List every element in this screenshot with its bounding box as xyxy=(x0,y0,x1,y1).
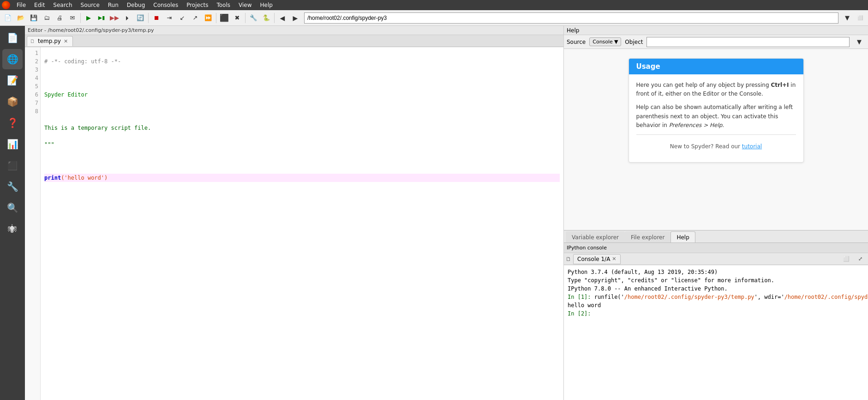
address-dropdown-button[interactable]: ▼ xyxy=(841,12,853,24)
console-tab-close[interactable]: ✕ xyxy=(612,256,616,262)
prompt-2: In [2]: xyxy=(568,310,594,317)
object-dropdown-button[interactable]: ▼ xyxy=(853,36,865,48)
main-layout: 📄 🌐 📝 📦 ❓ 📊 ⬛ 🔧 🔍 🕷 Editor - /home/root0… xyxy=(0,26,868,400)
step-over-button[interactable]: ⇥ xyxy=(163,12,175,24)
menu-view[interactable]: View xyxy=(235,1,255,9)
kill-button[interactable]: ✖ xyxy=(231,12,243,24)
object-label: Object xyxy=(625,39,643,45)
console-line-4: IPython 7.8.0 -- An enhanced Interactive… xyxy=(568,285,864,293)
sidebar-packages-icon[interactable]: 📦 xyxy=(2,91,23,112)
code-line-1: # -*- coding: utf-8 -*- xyxy=(44,57,560,66)
code-line-6: """ xyxy=(44,140,560,149)
ipython-header: IPython console xyxy=(564,243,868,253)
sidebar-tools2-icon[interactable]: 🔧 xyxy=(2,176,23,197)
new-file-button[interactable]: 📄 xyxy=(2,12,14,24)
usage-para2-italic: Preferences > Help. xyxy=(669,122,724,128)
tab-close-button[interactable]: ✕ xyxy=(64,38,68,44)
preferences-button[interactable]: 🔧 xyxy=(247,12,259,24)
help-header: Help xyxy=(564,26,868,35)
tab-file-explorer[interactable]: File explorer xyxy=(625,231,670,242)
console-dropdown-button[interactable]: Console ▼ xyxy=(589,37,621,46)
menu-source[interactable]: Source xyxy=(77,1,103,9)
editor-tab-temp[interactable]: 🗋 temp.py ✕ xyxy=(27,36,73,46)
code-content[interactable]: # -*- coding: utf-8 -*- Spyder Editor Th… xyxy=(41,47,563,400)
sidebar-browser-icon[interactable]: 🌐 xyxy=(2,49,23,69)
step-into-button[interactable]: ↙ xyxy=(176,12,188,24)
code-line-8: print('hello word') xyxy=(44,174,560,182)
menu-file[interactable]: File xyxy=(13,1,30,9)
right-bottom-tabs: Variable explorer File explorer Help xyxy=(564,230,868,243)
run-file-button[interactable]: ▶▮ xyxy=(96,12,108,24)
print-button[interactable]: 🖨 xyxy=(54,12,66,24)
forward-button[interactable]: ▶ xyxy=(289,12,301,24)
editor-panel: Editor - /home/root02/.config/spyder-py3… xyxy=(25,26,563,400)
usage-footer: New to Spyder? Read our tutorial xyxy=(636,139,796,156)
menu-run[interactable]: Run xyxy=(104,1,122,9)
sidebar-terminal-icon[interactable]: ⬛ xyxy=(2,155,23,176)
console-expand-button[interactable]: ⤢ xyxy=(854,253,866,265)
editor-header: Editor - /home/root02/.config/spyder-py3… xyxy=(25,26,563,35)
step-button[interactable]: ⏵ xyxy=(121,12,133,24)
separator-2 xyxy=(148,13,149,23)
toolbar: 📄 📂 💾 🗂 🖨 ✉ ▶ ▶▮ ▶▶ ⏵ 🔄 ⏹ ⇥ ↙ ↗ ⏩ ⬛ ✖ 🔧 … xyxy=(0,10,868,26)
console-dropdown-icon: ▼ xyxy=(614,39,618,45)
python-button[interactable]: 🐍 xyxy=(260,12,272,24)
help-controls: Source Console ▼ Object ▼ xyxy=(564,35,868,49)
stop-button[interactable]: ⏹ xyxy=(150,12,162,24)
usage-divider xyxy=(636,134,796,135)
reload-button[interactable]: 🔄 xyxy=(134,12,146,24)
interrupt-button[interactable]: ⬛ xyxy=(218,12,230,24)
object-input[interactable] xyxy=(647,37,850,47)
debug-button[interactable]: ▶▶ xyxy=(108,12,120,24)
console-tab-1[interactable]: Console 1/A ✕ xyxy=(573,254,621,264)
usage-para1-bold: Ctrl+I xyxy=(771,82,789,88)
tutorial-link[interactable]: tutorial xyxy=(742,143,762,150)
menu-debug[interactable]: Debug xyxy=(123,1,149,9)
maximize-button[interactable]: ⬜ xyxy=(854,12,866,24)
run-button[interactable]: ▶ xyxy=(83,12,95,24)
sidebar-spider-icon[interactable]: 🕷 xyxy=(2,219,23,239)
continue-button[interactable]: ⏩ xyxy=(202,12,214,24)
menu-projects[interactable]: Projects xyxy=(183,1,212,9)
open-file-button[interactable]: 📂 xyxy=(15,12,27,24)
console-output[interactable]: Python 3.7.4 (default, Aug 13 2019, 20:3… xyxy=(564,265,868,400)
menu-search[interactable]: Search xyxy=(49,1,76,9)
menu-consoles[interactable]: Consoles xyxy=(150,1,182,9)
code-line-5: This is a temporary script file. xyxy=(44,124,560,132)
console-line-1: Python 3.7.4 (default, Aug 13 2019, 20:3… xyxy=(568,268,864,276)
usage-title: Usage xyxy=(629,59,803,74)
menu-help[interactable]: Help xyxy=(257,1,276,9)
tab-variable-explorer[interactable]: Variable explorer xyxy=(566,231,625,242)
editor-path: Editor - /home/root02/.config/spyder-py3… xyxy=(28,27,154,33)
save-all-button[interactable]: 🗂 xyxy=(41,12,53,24)
usage-para1: Here you can get help of any object by p… xyxy=(636,81,796,98)
sidebar-profiler-icon[interactable]: 📊 xyxy=(2,134,23,154)
tab-help[interactable]: Help xyxy=(670,231,695,242)
console-tab-icon: 🗋 xyxy=(566,256,571,262)
source-label: Source xyxy=(567,39,586,45)
step-out-button[interactable]: ↗ xyxy=(189,12,201,24)
console-line-9: In [2]: xyxy=(568,309,864,318)
console-maximize-button[interactable]: ⬜ xyxy=(840,253,852,265)
console-line-2: Type "copyright", "credits" or "license"… xyxy=(568,276,864,285)
menu-edit[interactable]: Edit xyxy=(30,1,48,9)
line-numbers: 1 2 3 4 5 6 7 8 xyxy=(25,47,41,400)
menu-tools[interactable]: Tools xyxy=(213,1,234,9)
separator-4 xyxy=(245,13,245,23)
console-tabs: 🗋 Console 1/A ✕ ⬜ ⤢ xyxy=(564,253,868,265)
sidebar-search-icon[interactable]: 🔍 xyxy=(2,198,23,218)
sidebar-help2-icon[interactable]: ❓ xyxy=(2,113,23,133)
back-button[interactable]: ◀ xyxy=(276,12,288,24)
code-editor[interactable]: 1 2 3 4 5 6 7 8 # -*- coding: utf-8 -*- … xyxy=(25,47,563,400)
code-line-4 xyxy=(44,107,560,115)
help-content: Usage Here you can get help of any objec… xyxy=(564,49,868,230)
ipython-panel: IPython console 🗋 Console 1/A ✕ ⬜ ⤢ Pyth… xyxy=(564,243,868,400)
right-panel: Help Source Console ▼ Object ▼ Usage Her… xyxy=(563,26,868,400)
sidebar-files-icon[interactable]: 📄 xyxy=(2,28,23,48)
save-file-button[interactable]: 💾 xyxy=(28,12,40,24)
console-line-6: In [1]: runfile('/home/root02/.config/sp… xyxy=(568,293,864,301)
email-button[interactable]: ✉ xyxy=(66,12,78,24)
sidebar-editor-icon[interactable]: 📝 xyxy=(2,70,23,91)
separator-5 xyxy=(274,13,275,23)
address-bar[interactable] xyxy=(304,12,838,24)
